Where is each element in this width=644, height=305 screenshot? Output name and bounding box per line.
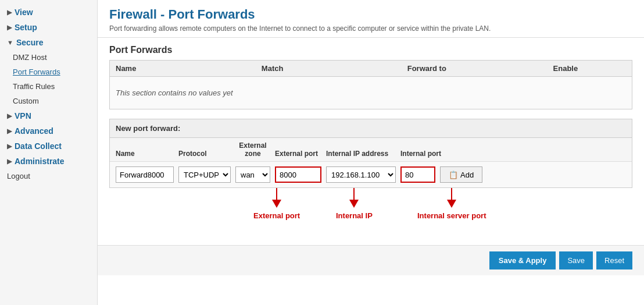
sidebar-item-label: Port Forwards [13,68,60,76]
chevron-right-icon: ▶ [7,158,12,165]
sidebar-item-custom[interactable]: Custom [0,94,97,108]
add-button[interactable]: 📋 Add [440,166,482,183]
col-name-label: Name [116,150,174,158]
port-forwards-table: Name Match Forward to Enable This sectio… [109,60,632,109]
internal-ip-label: Internal IP [336,211,373,220]
chevron-down-icon: ▼ [7,39,13,46]
col-match-header: Match [262,64,407,73]
col-extzone-label: Externalzone [235,141,270,158]
intip-select[interactable]: 192.168.1.100 [326,166,396,183]
table-header: Name Match Forward to Enable [110,61,632,77]
port-forwards-link[interactable]: Port Forwards [13,68,60,76]
col-name-header: Name [116,64,262,73]
sidebar-item-label: View [15,8,33,17]
col-extport-label: External port [275,150,321,158]
logout-item[interactable]: Logout [0,169,97,183]
extzone-select[interactable]: wan lan [235,166,270,183]
sidebar-item-datacollect[interactable]: ▶ Data Collect [0,139,97,154]
sidebar: ▶ View ▶ Setup ▼ Secure DMZ Host Port Fo… [0,0,98,305]
sidebar-item-label: Data Collect [15,141,62,151]
internal-server-port-annotation: Internal server port [417,188,486,220]
internal-server-port-label: Internal server port [417,211,486,220]
chevron-right-icon: ▶ [7,127,12,135]
sidebar-item-trafficrules[interactable]: Traffic Rules [0,79,97,94]
sidebar-item-label: Traffic Rules [13,82,55,91]
annotation-area: External port Internal IP Internal serve… [109,188,632,240]
chevron-right-icon: ▶ [7,143,12,150]
action-bar: Save & Apply Save Reset [98,245,644,275]
chevron-right-icon: ▶ [7,112,12,120]
arrow-down-icon [447,200,456,208]
sidebar-item-label: Administrate [15,157,65,166]
external-port-label: External port [253,211,300,220]
chevron-right-icon: ▶ [7,24,12,31]
sidebar-item-administrate[interactable]: ▶ Administrate [0,154,97,169]
chevron-right-icon: ▶ [7,9,12,16]
sidebar-item-secure[interactable]: ▼ Secure [0,35,97,50]
col-protocol-label: Protocol [178,150,231,158]
table-empty-message: This section contains no values yet [110,77,632,109]
copy-icon: 📋 [449,171,458,179]
sidebar-item-vpn[interactable]: ▶ VPN [0,108,97,123]
new-forward-title: New port forward: [110,119,632,138]
sidebar-item-view[interactable]: ▶ View [0,5,97,20]
sidebar-item-setup[interactable]: ▶ Setup [0,20,97,35]
reset-button[interactable]: Reset [596,251,632,269]
new-forward-section: New port forward: Name Protocol External… [109,119,632,188]
extport-input[interactable] [275,166,321,183]
page-description: Port forwarding allows remote computers … [109,24,632,33]
arrow-down-icon [272,200,281,208]
section-title: Port Forwards [98,38,644,60]
internal-ip-annotation: Internal IP [336,188,373,220]
sidebar-item-label: Custom [13,97,39,105]
page-title: Firewall - Port Forwards [109,7,632,22]
sidebar-item-label: VPN [15,111,31,120]
sidebar-item-portforwards[interactable]: Port Forwards [0,65,97,79]
add-label: Add [460,171,474,179]
save-apply-button[interactable]: Save & Apply [489,251,556,269]
name-input[interactable] [116,166,174,183]
save-button[interactable]: Save [559,251,593,269]
arrow-line [276,188,277,200]
sidebar-item-dmzhost[interactable]: DMZ Host [0,50,97,65]
col-intport-label: Internal port [400,150,447,158]
main-content: Firewall - Port Forwards Port forwarding… [98,0,644,305]
external-port-annotation: External port [253,188,300,220]
sidebar-item-label: Advanced [15,126,53,136]
new-forward-col-headers: Name Protocol Externalzone External port… [110,138,632,162]
new-forward-row: TCP+UDP TCP UDP wan lan 192.168.1.100 📋 … [110,162,632,187]
sidebar-item-label: DMZ Host [13,53,47,62]
protocol-select[interactable]: TCP+UDP TCP UDP [178,166,231,183]
intport-input[interactable] [400,166,435,183]
sidebar-item-advanced[interactable]: ▶ Advanced [0,123,97,139]
col-forwardto-header: Forward to [407,64,553,73]
sidebar-item-label: Secure [16,38,44,47]
sidebar-item-label: Setup [15,23,37,32]
col-intip-label: Internal IP address [326,150,396,158]
col-enable-header: Enable [553,64,626,73]
page-header: Firewall - Port Forwards Port forwarding… [98,0,644,38]
arrow-line [353,188,355,200]
arrow-down-icon [349,200,359,208]
arrow-line [451,188,452,200]
logout-label: Logout [7,172,30,180]
